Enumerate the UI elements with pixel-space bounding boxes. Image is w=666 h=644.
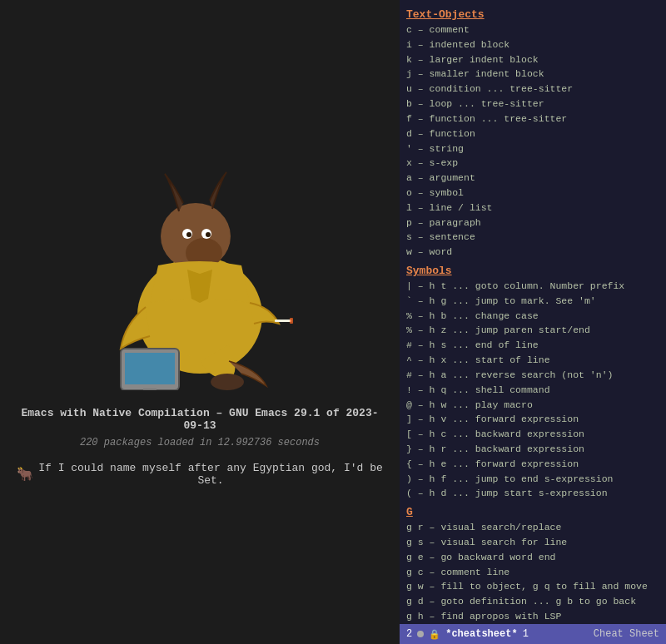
cheat-line: w – word (406, 245, 659, 260)
cheat-line: c – comment (406, 22, 659, 37)
cheat-line: g s – visual search for line (406, 535, 659, 550)
svg-rect-15 (143, 389, 157, 390)
cheat-line: ) – h f ... jump to end s-expression (406, 472, 659, 487)
svg-point-5 (186, 232, 191, 237)
right-wrapper: Text-Objects c – comment i – indented bl… (400, 0, 666, 644)
cheat-line: u – condition ... tree-sitter (406, 82, 659, 97)
section-title-symbols: Symbols (406, 265, 659, 277)
cheat-line: } – h r ... backward expression (406, 442, 659, 457)
app-container: Emacs with Native Compilation – GNU Emac… (0, 0, 666, 644)
cheat-line: ` – h g ... jump to mark. See 'm' (406, 294, 659, 309)
cheat-line: g d – goto definition ... g b to go back (406, 594, 659, 609)
cheat-line: @ – h w ... play macro (406, 398, 659, 413)
left-panel: Emacs with Native Compilation – GNU Emac… (0, 0, 400, 644)
quote-icon: 🐂 (17, 466, 33, 483)
cheat-line: k – larger indent block (406, 52, 659, 67)
status-number: 2 (406, 628, 412, 640)
svg-rect-14 (125, 353, 175, 384)
cheat-line: p – paragraph (406, 215, 659, 230)
svg-point-12 (211, 374, 244, 390)
cheat-line: j – smaller indent block (406, 67, 659, 82)
svg-rect-10 (290, 318, 293, 324)
emacs-quote: 🐂 If I could name myself after any Egypt… (17, 462, 383, 487)
cheat-line: % – h z ... jump paren start/end (406, 323, 659, 338)
cheat-line: ' – string (406, 141, 659, 156)
cheatsheet-content[interactable]: Text-Objects c – comment i – indented bl… (400, 0, 666, 624)
status-dot (417, 631, 424, 637)
cheat-line: g e – go backward word end (406, 550, 659, 565)
cheat-line: # – h s ... end of line (406, 338, 659, 353)
cheat-line: [ – h c ... backward expression (406, 427, 659, 442)
cheat-line: i – indented block (406, 37, 659, 52)
emacs-title: Emacs with Native Compilation – GNU Emac… (17, 407, 383, 432)
cheat-line: b – loop ... tree-sitter (406, 97, 659, 111)
cheat-line: | – h t ... goto column. Number prefix (406, 279, 659, 294)
cheat-line: s – sentence (406, 230, 659, 245)
cheat-line: d – function (406, 126, 659, 141)
svg-rect-9 (275, 320, 291, 322)
cheat-line: g r – visual search/replace (406, 520, 659, 535)
emacs-subtitle: 220 packages loaded in 12.992736 seconds (80, 437, 320, 448)
gnu-mascot-image (75, 157, 325, 390)
status-lock: 🔒 (429, 629, 440, 640)
cheat-line: x – s-exp (406, 156, 659, 171)
status-tab: 1 (523, 628, 529, 640)
cheat-line: g c – comment line (406, 565, 659, 580)
section-title-text-objects: Text-Objects (406, 8, 659, 21)
cheat-line: g h – find apropos with LSP (406, 609, 659, 624)
cheat-line: f – function ... tree-sitter (406, 111, 659, 126)
cheat-line: a – argument (406, 171, 659, 186)
cheat-line: g w – fill to object, g q to fill and mo… (406, 579, 659, 594)
svg-point-6 (206, 232, 211, 237)
cheat-line: ] – h v ... forward expression (406, 412, 659, 427)
cheat-line: l – line / list (406, 201, 659, 215)
cheat-line: ( – h d ... jump start s-expression (406, 486, 659, 501)
quote-text: If I could name myself after any Egyptia… (38, 462, 383, 487)
section-title-g: G (406, 506, 659, 518)
cheat-line: % – h b ... change case (406, 309, 659, 324)
status-bar: 2 🔒 *cheatsheet* 1 Cheat Sheet (400, 624, 666, 644)
status-filename: *cheatsheet* (445, 628, 517, 640)
cheat-line: { – h e ... forward expression (406, 457, 659, 472)
cheat-line: ! – h q ... shell command (406, 383, 659, 398)
status-right-label: Cheat Sheet (594, 628, 659, 640)
cheat-line: # – h a ... reverse search (not 'n') (406, 368, 659, 383)
cheat-line: ^ – h x ... start of line (406, 353, 659, 368)
cheat-line: o – symbol (406, 186, 659, 201)
